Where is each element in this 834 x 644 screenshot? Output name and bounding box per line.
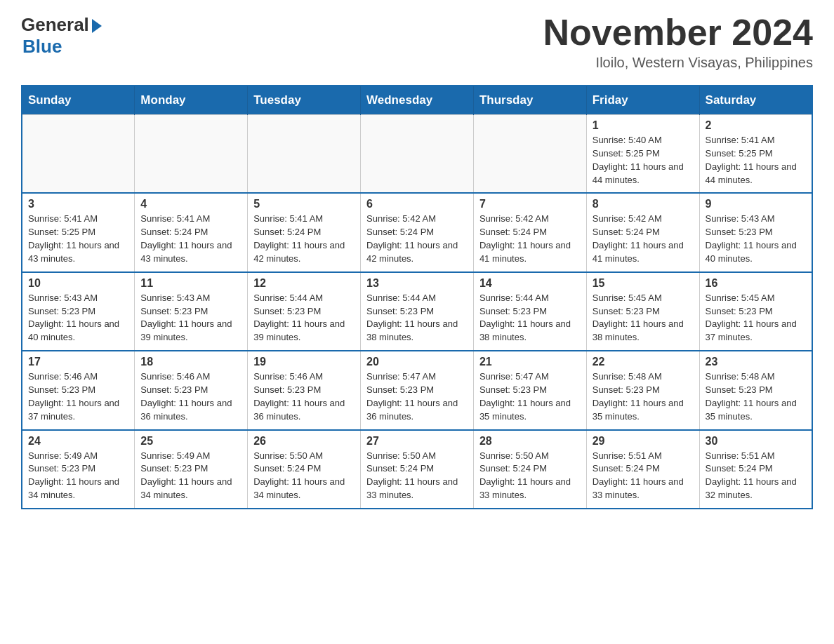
calendar-day-cell: 22Sunrise: 5:48 AMSunset: 5:23 PMDayligh… — [586, 351, 699, 429]
calendar-day-cell — [22, 115, 135, 194]
calendar-day-cell — [473, 115, 586, 194]
day-number: 3 — [28, 198, 128, 210]
day-info: Sunrise: 5:46 AMSunset: 5:23 PMDaylight:… — [28, 370, 128, 423]
day-number: 13 — [366, 277, 468, 290]
day-number: 5 — [253, 198, 355, 210]
day-number: 20 — [366, 356, 468, 368]
day-info: Sunrise: 5:44 AMSunset: 5:23 PMDaylight:… — [366, 292, 468, 344]
day-info: Sunrise: 5:48 AMSunset: 5:23 PMDaylight:… — [593, 370, 694, 423]
day-number: 10 — [28, 277, 128, 290]
day-number: 18 — [140, 356, 241, 368]
calendar-day-cell — [361, 115, 474, 194]
calendar-day-cell: 11Sunrise: 5:43 AMSunset: 5:23 PMDayligh… — [135, 272, 248, 351]
calendar-day-cell: 19Sunrise: 5:46 AMSunset: 5:23 PMDayligh… — [248, 351, 361, 429]
calendar-day-header: Monday — [135, 86, 248, 115]
day-info: Sunrise: 5:43 AMSunset: 5:23 PMDaylight:… — [706, 213, 806, 265]
day-number: 6 — [366, 198, 468, 210]
day-number: 2 — [706, 119, 806, 132]
calendar-day-cell: 6Sunrise: 5:42 AMSunset: 5:24 PMDaylight… — [361, 193, 474, 271]
day-number: 7 — [479, 198, 581, 210]
day-info: Sunrise: 5:42 AMSunset: 5:24 PMDaylight:… — [593, 213, 694, 265]
calendar-day-cell: 7Sunrise: 5:42 AMSunset: 5:24 PMDaylight… — [473, 193, 586, 271]
calendar-day-header: Friday — [586, 86, 699, 115]
calendar-week-row: 24Sunrise: 5:49 AMSunset: 5:23 PMDayligh… — [22, 430, 812, 509]
calendar-day-cell: 25Sunrise: 5:49 AMSunset: 5:23 PMDayligh… — [135, 430, 248, 509]
logo: General Blue — [21, 14, 102, 58]
day-number: 17 — [28, 356, 128, 368]
day-number: 24 — [28, 435, 128, 448]
day-info: Sunrise: 5:49 AMSunset: 5:23 PMDaylight:… — [28, 450, 128, 502]
day-number: 22 — [593, 356, 694, 368]
day-info: Sunrise: 5:46 AMSunset: 5:23 PMDaylight:… — [253, 370, 355, 423]
calendar-week-row: 3Sunrise: 5:41 AMSunset: 5:25 PMDaylight… — [22, 193, 812, 271]
calendar-day-cell: 24Sunrise: 5:49 AMSunset: 5:23 PMDayligh… — [22, 430, 135, 509]
day-info: Sunrise: 5:42 AMSunset: 5:24 PMDaylight:… — [366, 213, 468, 265]
day-info: Sunrise: 5:48 AMSunset: 5:23 PMDaylight:… — [706, 370, 806, 423]
day-info: Sunrise: 5:42 AMSunset: 5:24 PMDaylight:… — [479, 213, 581, 265]
day-number: 9 — [706, 198, 806, 210]
calendar-day-cell: 29Sunrise: 5:51 AMSunset: 5:24 PMDayligh… — [586, 430, 699, 509]
day-info: Sunrise: 5:49 AMSunset: 5:23 PMDaylight:… — [140, 450, 241, 502]
day-number: 15 — [593, 277, 694, 290]
day-info: Sunrise: 5:50 AMSunset: 5:24 PMDaylight:… — [479, 450, 581, 502]
calendar-day-cell — [248, 115, 361, 194]
day-number: 8 — [593, 198, 694, 210]
day-info: Sunrise: 5:50 AMSunset: 5:24 PMDaylight:… — [253, 450, 355, 502]
day-number: 11 — [140, 277, 241, 290]
calendar-day-cell: 15Sunrise: 5:45 AMSunset: 5:23 PMDayligh… — [586, 272, 699, 351]
calendar-day-cell: 3Sunrise: 5:41 AMSunset: 5:25 PMDaylight… — [22, 193, 135, 271]
calendar-day-cell: 18Sunrise: 5:46 AMSunset: 5:23 PMDayligh… — [135, 351, 248, 429]
day-info: Sunrise: 5:45 AMSunset: 5:23 PMDaylight:… — [706, 292, 806, 344]
day-number: 19 — [253, 356, 355, 368]
calendar-day-cell — [135, 115, 248, 194]
calendar-week-row: 10Sunrise: 5:43 AMSunset: 5:23 PMDayligh… — [22, 272, 812, 351]
calendar-day-cell: 28Sunrise: 5:50 AMSunset: 5:24 PMDayligh… — [473, 430, 586, 509]
day-number: 12 — [253, 277, 355, 290]
day-number: 14 — [479, 277, 581, 290]
day-number: 16 — [706, 277, 806, 290]
day-info: Sunrise: 5:43 AMSunset: 5:23 PMDaylight:… — [28, 292, 128, 344]
day-number: 4 — [140, 198, 241, 210]
day-number: 28 — [479, 435, 581, 448]
day-number: 27 — [366, 435, 468, 448]
day-info: Sunrise: 5:41 AMSunset: 5:25 PMDaylight:… — [28, 213, 128, 265]
day-info: Sunrise: 5:44 AMSunset: 5:23 PMDaylight:… — [253, 292, 355, 344]
month-title: November 2024 — [543, 14, 813, 51]
calendar-day-cell: 4Sunrise: 5:41 AMSunset: 5:24 PMDaylight… — [135, 193, 248, 271]
calendar-day-cell: 10Sunrise: 5:43 AMSunset: 5:23 PMDayligh… — [22, 272, 135, 351]
day-number: 23 — [706, 356, 806, 368]
calendar-week-row: 1Sunrise: 5:40 AMSunset: 5:25 PMDaylight… — [22, 115, 812, 194]
calendar-day-cell: 26Sunrise: 5:50 AMSunset: 5:24 PMDayligh… — [248, 430, 361, 509]
calendar-day-cell: 12Sunrise: 5:44 AMSunset: 5:23 PMDayligh… — [248, 272, 361, 351]
calendar-day-cell: 5Sunrise: 5:41 AMSunset: 5:24 PMDaylight… — [248, 193, 361, 271]
calendar-day-cell: 20Sunrise: 5:47 AMSunset: 5:23 PMDayligh… — [361, 351, 474, 429]
day-info: Sunrise: 5:47 AMSunset: 5:23 PMDaylight:… — [366, 370, 468, 423]
day-number: 29 — [593, 435, 694, 448]
calendar-day-cell: 23Sunrise: 5:48 AMSunset: 5:23 PMDayligh… — [699, 351, 812, 429]
calendar-day-cell: 17Sunrise: 5:46 AMSunset: 5:23 PMDayligh… — [22, 351, 135, 429]
day-info: Sunrise: 5:43 AMSunset: 5:23 PMDaylight:… — [140, 292, 241, 344]
calendar-day-cell: 21Sunrise: 5:47 AMSunset: 5:23 PMDayligh… — [473, 351, 586, 429]
calendar-day-cell: 16Sunrise: 5:45 AMSunset: 5:23 PMDayligh… — [699, 272, 812, 351]
day-info: Sunrise: 5:50 AMSunset: 5:24 PMDaylight:… — [366, 450, 468, 502]
day-info: Sunrise: 5:45 AMSunset: 5:23 PMDaylight:… — [593, 292, 694, 344]
calendar-table: SundayMondayTuesdayWednesdayThursdayFrid… — [21, 85, 813, 509]
calendar-day-cell: 27Sunrise: 5:50 AMSunset: 5:24 PMDayligh… — [361, 430, 474, 509]
calendar-day-header: Wednesday — [361, 86, 474, 115]
calendar-day-header: Saturday — [699, 86, 812, 115]
day-number: 30 — [706, 435, 806, 448]
calendar-day-cell: 9Sunrise: 5:43 AMSunset: 5:23 PMDaylight… — [699, 193, 812, 271]
day-info: Sunrise: 5:51 AMSunset: 5:24 PMDaylight:… — [706, 450, 806, 502]
calendar-day-cell: 2Sunrise: 5:41 AMSunset: 5:25 PMDaylight… — [699, 115, 812, 194]
calendar-day-header: Sunday — [22, 86, 135, 115]
logo-general-text: General — [21, 14, 89, 36]
page-header: General Blue November 2024 Iloilo, Weste… — [21, 14, 813, 71]
day-info: Sunrise: 5:47 AMSunset: 5:23 PMDaylight:… — [479, 370, 581, 423]
title-section: November 2024 Iloilo, Western Visayas, P… — [543, 14, 813, 71]
day-number: 1 — [593, 119, 694, 132]
calendar-day-cell: 8Sunrise: 5:42 AMSunset: 5:24 PMDaylight… — [586, 193, 699, 271]
calendar-day-cell: 1Sunrise: 5:40 AMSunset: 5:25 PMDaylight… — [586, 115, 699, 194]
day-info: Sunrise: 5:46 AMSunset: 5:23 PMDaylight:… — [140, 370, 241, 423]
logo-blue-text: Blue — [22, 36, 62, 58]
day-number: 26 — [253, 435, 355, 448]
